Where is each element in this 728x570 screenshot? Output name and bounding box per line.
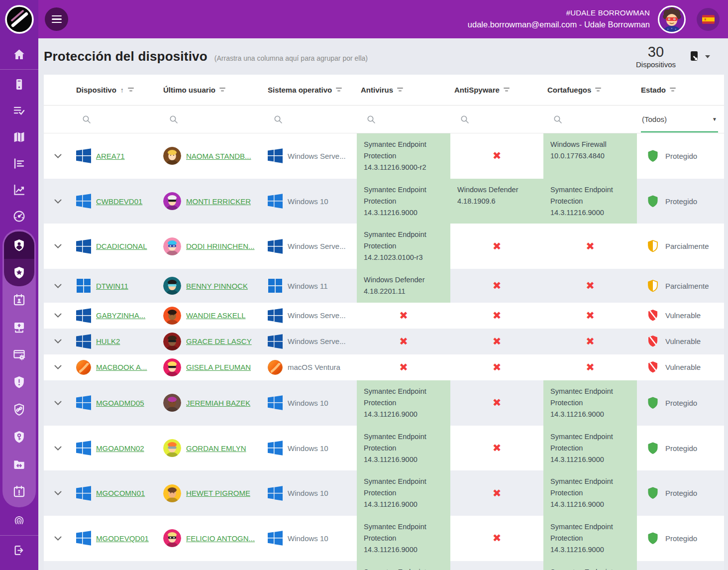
sidebar-item-deployment[interactable]: [2, 314, 36, 341]
filter-icon[interactable]: [595, 87, 602, 93]
filter-icon[interactable]: [219, 87, 226, 93]
antispyware-cell: ✖: [450, 133, 543, 179]
sidebar-item-calendar-alert[interactable]: [2, 478, 36, 505]
search-sistema-operativo[interactable]: [264, 106, 357, 133]
device-link[interactable]: GABYZINHA...: [96, 311, 145, 320]
expand-row-button[interactable]: [44, 329, 72, 354]
account-info: #UDALE BORROWMAN udale.borrowman@email.c…: [468, 7, 650, 31]
os-cell: Windows 10: [264, 561, 357, 570]
chevron-down-icon: [54, 199, 62, 204]
user-link[interactable]: WANDIE ASKELL: [186, 311, 246, 320]
expand-row-button[interactable]: [44, 561, 72, 570]
sidebar-item-levels[interactable]: [0, 150, 38, 177]
sidebar-item-shield-key[interactable]: [2, 423, 36, 451]
group-by-hint: (Arrastra una columna aquí para agrupar …: [214, 51, 368, 62]
expand-row-button[interactable]: [44, 179, 72, 224]
device-link[interactable]: MACBOOK A...: [96, 363, 147, 371]
expand-row-button[interactable]: [44, 224, 72, 269]
sidebar-item-tasks[interactable]: [0, 98, 38, 124]
filter-icon[interactable]: [128, 87, 135, 93]
device-link[interactable]: MGODEVQD01: [96, 534, 149, 543]
expand-row-button[interactable]: [44, 269, 72, 303]
user-link[interactable]: GRACE DE LASCY: [186, 337, 252, 345]
sidebar-item-settings-window[interactable]: [2, 341, 36, 368]
user-link[interactable]: FELICIO ANTOGN...: [186, 534, 255, 543]
sidebar-item-device-protection[interactable]: [4, 231, 34, 259]
device-link[interactable]: MGOADMN02: [96, 444, 144, 453]
vulnerable-shield-icon: [646, 309, 660, 322]
device-count-label: Dispositivos: [636, 60, 676, 69]
user-avatar-icon: [163, 237, 181, 255]
column-header-antispyware[interactable]: AntiSpyware: [450, 75, 543, 105]
user-link[interactable]: HEWET PIGROME: [186, 489, 250, 497]
search-cortafuegos[interactable]: [543, 106, 637, 133]
user-link[interactable]: BENNY PINNOCK: [186, 282, 248, 290]
sidebar-item-map[interactable]: [0, 124, 38, 150]
search-usuario[interactable]: [159, 106, 264, 133]
sidebar-item-dashboard[interactable]: [0, 203, 38, 229]
column-header-estado[interactable]: Estado: [637, 75, 724, 105]
estado-cell: Protegido: [637, 470, 724, 516]
device-link[interactable]: CWBDEVD01: [96, 197, 142, 206]
page-title: Protección del dispositivo: [44, 49, 208, 64]
user-avatar[interactable]: [658, 5, 686, 33]
column-header-antivirus[interactable]: Antivirus: [357, 75, 450, 105]
menu-button[interactable]: [45, 7, 68, 31]
expand-row-button[interactable]: [44, 426, 72, 471]
filter-icon[interactable]: [504, 87, 511, 93]
language-button[interactable]: [697, 8, 720, 31]
sidebar-item-folder-sync[interactable]: [2, 451, 36, 478]
sidebar-item-shield-link[interactable]: [2, 396, 36, 423]
user-avatar: [163, 192, 181, 210]
filter-icon[interactable]: [336, 87, 343, 93]
sidebar-item-user-calendar[interactable]: [2, 286, 36, 314]
user-avatar-icon: [163, 484, 181, 502]
expand-row-button[interactable]: [44, 516, 72, 561]
filter-icon[interactable]: [397, 87, 404, 93]
user-link[interactable]: DODI HRIINCHEN...: [186, 242, 255, 250]
hamburger-icon: [52, 15, 62, 17]
sidebar-item-home[interactable]: [0, 41, 38, 68]
user-link[interactable]: GORDAN EMLYN: [186, 444, 246, 453]
search-dispositivo[interactable]: [72, 106, 159, 133]
device-link[interactable]: DCADICIONAL: [96, 242, 147, 250]
sidebar-item-devices[interactable]: [0, 71, 38, 98]
not-installed-icon: ✖: [586, 336, 595, 347]
search-antispyware[interactable]: [450, 106, 543, 133]
expand-row-button[interactable]: [44, 133, 72, 179]
export-menu[interactable]: [690, 51, 710, 62]
device-link[interactable]: AREA71: [96, 152, 125, 160]
column-header-ultimo-usuario[interactable]: Último usuario: [159, 75, 264, 105]
expand-row-button[interactable]: [44, 470, 72, 516]
sidebar-protection-group: [2, 229, 36, 507]
device-link[interactable]: MGOCOMN01: [96, 489, 145, 497]
sidebar-item-charts[interactable]: [0, 177, 38, 203]
column-header-cortafuegos[interactable]: Cortafuegos: [543, 75, 637, 105]
expand-row-button[interactable]: [44, 380, 72, 426]
device-link[interactable]: MGOADMD05: [96, 399, 144, 407]
app-logo[interactable]: [0, 0, 38, 38]
shield-key-icon: [12, 430, 26, 444]
sidebar-item-logout[interactable]: [0, 537, 38, 564]
device-link[interactable]: HULK2: [96, 337, 120, 345]
user-link[interactable]: GISELA PLEUMAN: [186, 363, 251, 371]
sort-ascending-icon[interactable]: ↑: [120, 86, 124, 94]
search-icon: [274, 115, 283, 124]
user-link[interactable]: NAOMA STANDB...: [186, 152, 251, 160]
user-link[interactable]: JEREMIAH BAZEK: [186, 399, 250, 407]
windows-server-icon: [76, 334, 91, 349]
expand-row-button[interactable]: [44, 303, 72, 329]
device-link[interactable]: DTWIN11: [96, 282, 128, 290]
sidebar-item-shield-alert[interactable]: [2, 368, 36, 396]
column-header-dispositivo[interactable]: Dispositivo ↑: [72, 75, 159, 105]
column-header-sistema-operativo[interactable]: Sistema operativo: [264, 75, 357, 105]
filter-icon[interactable]: [670, 87, 677, 93]
search-antivirus[interactable]: [357, 106, 450, 133]
windows-server-icon: [268, 334, 283, 349]
sidebar-item-fingerprint[interactable]: [0, 507, 38, 534]
user-link[interactable]: MONTI ERRICKER: [186, 197, 251, 206]
expand-row-button[interactable]: [44, 354, 72, 380]
estado-filter-select[interactable]: (Todos) ▼: [637, 106, 724, 133]
sidebar-item-advanced-protection[interactable]: [4, 259, 34, 286]
user-avatar: [163, 358, 181, 376]
